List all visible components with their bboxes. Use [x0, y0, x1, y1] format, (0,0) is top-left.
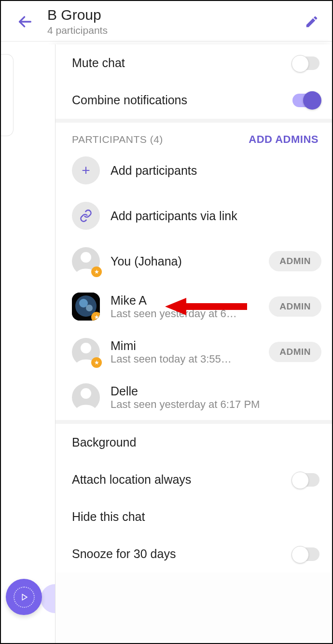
play-icon: [20, 593, 28, 602]
settings-panel: Mute chat Combine notifications PARTICIP…: [55, 44, 332, 643]
participant-status: Last seen yesterday at 6:17 PM: [111, 398, 321, 411]
mute-chat-label: Mute chat: [72, 56, 292, 70]
background-layer: [1, 44, 55, 643]
snooze-row[interactable]: Snooze for 30 days: [56, 535, 332, 573]
participant-status: Last seen yesterday at 6…: [111, 308, 263, 320]
add-via-link-row[interactable]: Add participants via link: [56, 193, 332, 238]
participant-row-mike[interactable]: ★ Mike A Last seen yesterday at 6… ADMIN: [56, 284, 332, 329]
avatar: ★: [72, 247, 100, 275]
participant-row-mimi[interactable]: ★ Mimi Last seen today at 3:55… ADMIN: [56, 329, 332, 375]
pencil-icon: [305, 14, 319, 29]
svg-point-6: [86, 305, 93, 311]
combine-notifications-label: Combine notifications: [72, 93, 292, 107]
background-row[interactable]: Background: [56, 424, 332, 461]
edit-button[interactable]: [301, 11, 322, 32]
participant-row-you[interactable]: ★ You (Johana) ADMIN: [56, 238, 332, 284]
divider: [56, 420, 332, 424]
attach-location-label: Attach location always: [72, 473, 292, 487]
admin-badge: ADMIN: [269, 296, 321, 317]
back-arrow-icon: [17, 14, 33, 30]
hide-chat-label: Hide this chat: [72, 510, 319, 524]
svg-marker-1: [22, 594, 27, 600]
participant-name: Mike A: [111, 293, 263, 308]
divider: [56, 119, 332, 123]
participants-header: PARTICIPANTS (4) ADD ADMINS: [56, 123, 332, 148]
page-title: B Group: [47, 7, 301, 23]
star-badge-icon: ★: [91, 312, 100, 321]
star-badge-icon: ★: [91, 266, 102, 277]
header: B Group 4 participants: [1, 1, 332, 42]
combine-notifications-row[interactable]: Combine notifications: [56, 82, 332, 119]
add-via-link-label: Add participants via link: [111, 209, 321, 223]
participant-status: Last seen today at 3:55…: [111, 353, 263, 365]
snooze-toggle[interactable]: [292, 547, 319, 561]
background-label: Background: [72, 435, 319, 449]
svg-point-9: [81, 343, 91, 353]
add-admins-button[interactable]: ADD ADMINS: [249, 133, 319, 146]
admin-badge: ADMIN: [269, 342, 321, 362]
participants-count-label: PARTICIPANTS (4): [72, 134, 163, 145]
back-button[interactable]: [14, 11, 36, 32]
participant-name: Delle: [111, 384, 321, 398]
mute-chat-toggle[interactable]: [292, 56, 319, 70]
mute-chat-row[interactable]: Mute chat: [56, 44, 332, 82]
attach-location-toggle[interactable]: [292, 473, 319, 487]
attach-location-row[interactable]: Attach location always: [56, 461, 332, 498]
snooze-label: Snooze for 30 days: [72, 547, 292, 561]
page-subtitle: 4 participants: [47, 25, 301, 36]
participant-row-delle[interactable]: Delle Last seen yesterday at 6:17 PM: [56, 375, 332, 420]
add-participants-label: Add participants: [111, 163, 321, 178]
link-icon: [72, 202, 100, 230]
avatar: ★: [72, 293, 100, 321]
participant-name: Mimi: [111, 338, 263, 353]
avatar: [72, 383, 100, 411]
admin-badge: ADMIN: [269, 251, 321, 271]
combine-notifications-toggle[interactable]: [292, 94, 319, 107]
add-participants-row[interactable]: + Add participants: [56, 148, 332, 193]
side-tab-stub: [0, 54, 14, 136]
svg-point-2: [81, 252, 91, 263]
participant-name: You (Johana): [111, 254, 263, 268]
plus-icon: +: [72, 156, 100, 184]
svg-point-10: [81, 388, 91, 399]
avatar: ★: [72, 338, 100, 366]
star-badge-icon: ★: [91, 357, 102, 368]
hide-chat-row[interactable]: Hide this chat: [56, 498, 332, 535]
play-fab[interactable]: [6, 579, 42, 615]
background-bubble: [41, 584, 55, 613]
